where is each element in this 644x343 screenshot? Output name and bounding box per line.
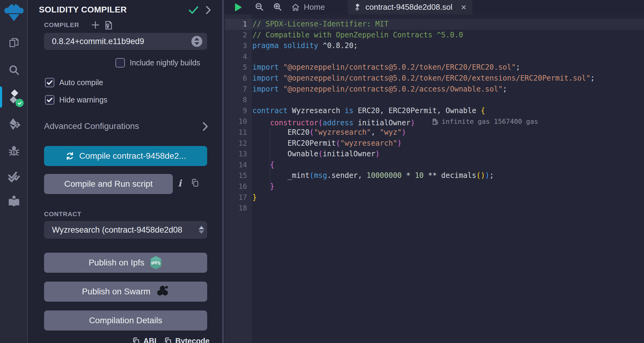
line-number: 16 <box>225 181 252 192</box>
line-number: 1 <box>225 19 252 30</box>
code-lines: // SPDX-License-Identifier: MIT// Compat… <box>252 19 644 214</box>
code-line: ERC20Permit("wyzresearch") <box>252 138 644 149</box>
run-script-play-button[interactable] <box>233 3 242 13</box>
copy-icon <box>164 337 172 343</box>
contract-select-value: Wyzresearch (contract-9458de2d08 <box>44 225 199 235</box>
tab-close-icon[interactable]: × <box>461 3 466 12</box>
remix-logo-icon[interactable] <box>0 2 28 23</box>
code-line: { <box>252 160 644 171</box>
line-number: 4 <box>225 51 252 62</box>
panel-expand-chevron-icon[interactable] <box>204 5 212 16</box>
ipfs-badge-text: IPFS <box>151 261 161 265</box>
compiler-license-icon[interactable] <box>103 20 114 32</box>
line-number: 9 <box>225 106 252 116</box>
code-line: import "@openzeppelin/contracts@5.0.2/to… <box>252 62 644 73</box>
gutter-numbers: 123456789101112131415161718 <box>225 19 252 214</box>
code-line <box>252 51 644 62</box>
gas-pump-icon <box>432 118 439 125</box>
advanced-configurations-chevron-icon[interactable] <box>201 121 209 133</box>
compiler-section-label: COMPILER <box>44 21 79 29</box>
icon-rail <box>0 0 28 343</box>
advanced-configurations-label[interactable]: Advanced Configurations <box>44 121 139 131</box>
compiler-version-value: 0.8.24+commit.e11b9ed9 <box>44 37 191 46</box>
compile-and-run-label: Compile and Run script <box>64 179 152 189</box>
tab-home[interactable]: Home <box>291 0 325 14</box>
line-number: 10 <box>225 116 252 127</box>
panel-scrollbar[interactable] <box>222 0 224 343</box>
solidity-compiler-icon[interactable] <box>0 89 28 105</box>
compile-status-check-icon <box>187 5 200 16</box>
auto-compile-checkbox[interactable] <box>45 78 54 87</box>
gas-annotation: infinite gas 1567400 gas <box>432 116 538 127</box>
publish-ipfs-button[interactable]: Publish on Ipfs IPFS <box>44 253 207 273</box>
tab-home-label: Home <box>304 2 325 12</box>
code-line: _mint(msg.sender, 10000000 * 10 ** decim… <box>252 170 644 181</box>
line-number: 5 <box>225 62 252 73</box>
panel-title: SOLIDITY COMPILER <box>39 5 127 15</box>
line-number: 14 <box>225 160 252 171</box>
remix-ide-window: SOLIDITY COMPILER COMPILER 0.8.24+commit… <box>0 0 644 343</box>
version-stepper-icon <box>191 36 202 47</box>
publish-swarm-label: Publish on Swarm <box>82 287 151 296</box>
debugger-icon[interactable] <box>0 144 28 158</box>
ipfs-logo-icon: IPFS <box>149 255 163 270</box>
zoom-out-icon[interactable] <box>255 2 264 13</box>
compile-button[interactable]: Compile contract-9458de2... <box>44 146 207 166</box>
hide-warnings-label: Hide warnings <box>59 95 107 104</box>
code-line: pragma solidity ^0.8.20; <box>252 40 644 51</box>
learneth-icon[interactable] <box>0 195 28 209</box>
tab-file-label: contract-9458de2d08.sol <box>365 2 457 12</box>
code-line: constructor(address initialOwner) infini… <box>252 116 644 127</box>
copy-abi-button[interactable]: ABI <box>132 337 156 343</box>
compilation-details-label: Compilation Details <box>89 316 162 325</box>
code-line: // Compatible with OpenZeppelin Contract… <box>252 30 644 41</box>
editor-area: Home contract-9458de2d08.sol × 123456789… <box>225 0 644 343</box>
tab-contract-file[interactable]: contract-9458de2d08.sol × <box>348 0 472 14</box>
deploy-and-run-icon[interactable] <box>0 117 28 131</box>
publish-ipfs-label: Publish on Ipfs <box>89 258 145 268</box>
line-number: 11 <box>225 127 252 138</box>
add-compiler-icon[interactable] <box>91 20 100 31</box>
code-line: contract Wyzresearch is ERC20, ERC20Perm… <box>252 106 644 116</box>
contract-select-arrows-icon <box>199 226 204 234</box>
copy-bytecode-button[interactable]: Bytecode <box>164 337 210 343</box>
code-line: // SPDX-License-Identifier: MIT <box>252 19 644 30</box>
hide-warnings-checkbox[interactable] <box>45 95 54 105</box>
home-icon <box>291 3 300 12</box>
code-line: ERC20("wyzresearch", "wyz") <box>252 127 644 138</box>
file-explorer-icon[interactable] <box>0 36 28 49</box>
auto-compile-label: Auto compile <box>59 78 103 87</box>
code-line <box>252 203 644 214</box>
code-line: import "@openzeppelin/contracts@5.0.2/to… <box>252 73 644 84</box>
line-number: 7 <box>225 84 252 95</box>
publish-swarm-button[interactable]: Publish on Swarm <box>44 282 207 302</box>
info-icon[interactable]: i <box>178 179 181 188</box>
line-number: 6 <box>225 73 252 84</box>
code-editor[interactable]: 123456789101112131415161718 // SPDX-Lice… <box>225 14 644 343</box>
compile-and-run-button[interactable]: Compile and Run script <box>44 174 173 194</box>
solidity-file-icon <box>354 3 361 12</box>
code-line: Ownable(initialOwner) <box>252 149 644 160</box>
line-number: 18 <box>225 203 252 214</box>
solidity-compiler-panel: SOLIDITY COMPILER COMPILER 0.8.24+commit… <box>29 0 224 343</box>
compile-button-label: Compile contract-9458de2... <box>79 151 186 161</box>
static-analysis-icon[interactable] <box>0 171 28 183</box>
code-line: import "@openzeppelin/contracts@5.0.2/ac… <box>252 84 644 95</box>
contract-select[interactable]: Wyzresearch (contract-9458de2d08 <box>44 221 207 239</box>
include-nightly-label: Include nightly builds <box>130 58 200 67</box>
line-number: 12 <box>225 138 252 149</box>
compilation-details-button[interactable]: Compilation Details <box>44 310 207 331</box>
search-icon[interactable] <box>0 64 28 76</box>
code-line <box>252 95 644 106</box>
refresh-icon <box>65 151 74 161</box>
copy-script-icon[interactable] <box>190 178 200 189</box>
compile-success-badge <box>15 99 24 107</box>
code-line: } <box>252 181 644 192</box>
line-number: 3 <box>225 40 252 51</box>
include-nightly-checkbox[interactable] <box>115 58 125 68</box>
compiler-version-select[interactable]: 0.8.24+commit.e11b9ed9 <box>44 33 207 50</box>
copy-icon <box>132 337 140 343</box>
code-line: } <box>252 192 644 203</box>
line-number: 13 <box>225 149 252 160</box>
zoom-in-icon[interactable] <box>273 2 283 13</box>
